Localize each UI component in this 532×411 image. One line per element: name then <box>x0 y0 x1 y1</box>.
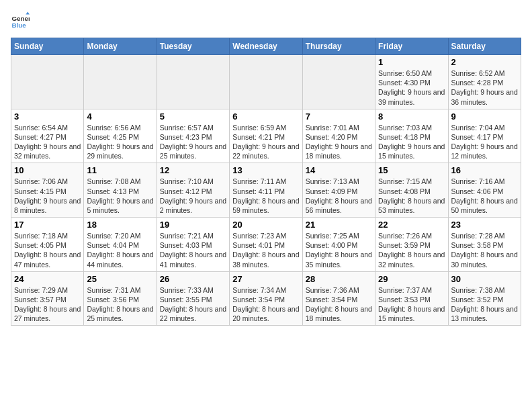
calendar-body: 1Sunrise: 6:50 AM Sunset: 4:30 PM Daylig… <box>11 55 521 326</box>
day-info: Sunrise: 7:29 AM Sunset: 3:57 PM Dayligh… <box>14 285 81 324</box>
table-row: 25Sunrise: 7:31 AM Sunset: 3:56 PM Dayli… <box>84 271 157 326</box>
day-info: Sunrise: 7:06 AM Sunset: 4:15 PM Dayligh… <box>14 177 81 215</box>
day-info: Sunrise: 6:54 AM Sunset: 4:27 PM Dayligh… <box>14 123 81 161</box>
table-row: 24Sunrise: 7:29 AM Sunset: 3:57 PM Dayli… <box>11 271 84 326</box>
weekday-header-wednesday: Wednesday <box>230 38 302 55</box>
day-number: 21 <box>306 220 372 230</box>
table-row: 27Sunrise: 7:34 AM Sunset: 3:54 PM Dayli… <box>230 271 302 326</box>
day-info: Sunrise: 7:01 AM Sunset: 4:20 PM Dayligh… <box>306 123 372 161</box>
weekday-header-monday: Monday <box>84 38 157 55</box>
table-row: 3Sunrise: 6:54 AM Sunset: 4:27 PM Daylig… <box>11 109 84 163</box>
table-row <box>302 55 375 109</box>
day-info: Sunrise: 7:21 AM Sunset: 4:03 PM Dayligh… <box>160 231 226 269</box>
table-row: 17Sunrise: 7:18 AM Sunset: 4:05 PM Dayli… <box>11 218 84 272</box>
table-row: 18Sunrise: 7:20 AM Sunset: 4:04 PM Dayli… <box>84 218 157 272</box>
table-row <box>230 55 302 109</box>
day-info: Sunrise: 7:31 AM Sunset: 3:56 PM Dayligh… <box>87 285 153 324</box>
day-number: 30 <box>451 274 518 284</box>
day-info: Sunrise: 7:33 AM Sunset: 3:55 PM Dayligh… <box>160 285 226 324</box>
table-row: 21Sunrise: 7:25 AM Sunset: 4:00 PM Dayli… <box>302 218 375 272</box>
logo-icon: General Blue <box>11 11 30 30</box>
table-row: 5Sunrise: 6:57 AM Sunset: 4:23 PM Daylig… <box>157 109 229 163</box>
table-row: 6Sunrise: 6:59 AM Sunset: 4:21 PM Daylig… <box>230 109 302 163</box>
calendar-header: SundayMondayTuesdayWednesdayThursdayFrid… <box>11 38 521 55</box>
calendar-week-3: 10Sunrise: 7:06 AM Sunset: 4:15 PM Dayli… <box>11 163 521 218</box>
day-info: Sunrise: 7:28 AM Sunset: 3:58 PM Dayligh… <box>451 231 518 269</box>
calendar-table: SundayMondayTuesdayWednesdayThursdayFrid… <box>11 38 521 326</box>
table-row <box>84 55 157 109</box>
svg-marker-2 <box>26 11 30 14</box>
day-number: 29 <box>378 274 445 284</box>
day-info: Sunrise: 7:10 AM Sunset: 4:12 PM Dayligh… <box>160 177 226 215</box>
day-number: 6 <box>232 111 299 122</box>
weekday-header-row: SundayMondayTuesdayWednesdayThursdayFrid… <box>11 38 521 55</box>
day-info: Sunrise: 6:56 AM Sunset: 4:25 PM Dayligh… <box>87 123 153 161</box>
day-number: 14 <box>306 165 372 175</box>
day-info: Sunrise: 7:08 AM Sunset: 4:13 PM Dayligh… <box>87 177 153 215</box>
day-info: Sunrise: 7:13 AM Sunset: 4:09 PM Dayligh… <box>306 177 372 215</box>
day-number: 17 <box>14 220 81 230</box>
table-row: 30Sunrise: 7:38 AM Sunset: 3:52 PM Dayli… <box>448 271 521 326</box>
day-info: Sunrise: 7:25 AM Sunset: 4:00 PM Dayligh… <box>306 231 372 269</box>
day-number: 15 <box>378 165 445 175</box>
table-row: 22Sunrise: 7:26 AM Sunset: 3:59 PM Dayli… <box>375 218 448 272</box>
day-info: Sunrise: 7:16 AM Sunset: 4:06 PM Dayligh… <box>451 177 518 215</box>
day-number: 2 <box>451 57 518 67</box>
table-row: 9Sunrise: 7:04 AM Sunset: 4:17 PM Daylig… <box>448 109 521 163</box>
table-row: 7Sunrise: 7:01 AM Sunset: 4:20 PM Daylig… <box>302 109 375 163</box>
day-number: 23 <box>451 220 518 230</box>
calendar-week-4: 17Sunrise: 7:18 AM Sunset: 4:05 PM Dayli… <box>11 218 521 272</box>
day-number: 11 <box>87 165 153 175</box>
day-number: 20 <box>232 220 299 230</box>
day-number: 5 <box>160 111 226 122</box>
day-info: Sunrise: 6:59 AM Sunset: 4:21 PM Dayligh… <box>232 123 299 161</box>
day-number: 16 <box>451 165 518 175</box>
table-row <box>11 55 84 109</box>
day-number: 19 <box>160 220 226 230</box>
day-number: 26 <box>160 274 226 284</box>
day-info: Sunrise: 7:23 AM Sunset: 4:01 PM Dayligh… <box>232 231 299 269</box>
day-number: 4 <box>87 111 153 122</box>
day-number: 9 <box>451 111 518 122</box>
day-info: Sunrise: 7:34 AM Sunset: 3:54 PM Dayligh… <box>232 285 299 324</box>
weekday-header-thursday: Thursday <box>302 38 375 55</box>
weekday-header-sunday: Sunday <box>11 38 84 55</box>
table-row: 28Sunrise: 7:36 AM Sunset: 3:54 PM Dayli… <box>302 271 375 326</box>
table-row: 26Sunrise: 7:33 AM Sunset: 3:55 PM Dayli… <box>157 271 229 326</box>
table-row <box>157 55 229 109</box>
day-number: 8 <box>378 111 445 122</box>
table-row: 8Sunrise: 7:03 AM Sunset: 4:18 PM Daylig… <box>375 109 448 163</box>
day-number: 25 <box>87 274 153 284</box>
day-number: 13 <box>232 165 299 175</box>
day-number: 7 <box>306 111 372 122</box>
table-row: 2Sunrise: 6:52 AM Sunset: 4:28 PM Daylig… <box>448 55 521 109</box>
day-info: Sunrise: 7:11 AM Sunset: 4:11 PM Dayligh… <box>232 177 299 215</box>
table-row: 10Sunrise: 7:06 AM Sunset: 4:15 PM Dayli… <box>11 163 84 218</box>
table-row: 29Sunrise: 7:37 AM Sunset: 3:53 PM Dayli… <box>375 271 448 326</box>
day-number: 12 <box>160 165 226 175</box>
table-row: 12Sunrise: 7:10 AM Sunset: 4:12 PM Dayli… <box>157 163 229 218</box>
table-row: 11Sunrise: 7:08 AM Sunset: 4:13 PM Dayli… <box>84 163 157 218</box>
table-row: 16Sunrise: 7:16 AM Sunset: 4:06 PM Dayli… <box>448 163 521 218</box>
day-info: Sunrise: 7:04 AM Sunset: 4:17 PM Dayligh… <box>451 123 518 161</box>
day-info: Sunrise: 7:26 AM Sunset: 3:59 PM Dayligh… <box>378 231 445 269</box>
day-number: 3 <box>14 111 81 122</box>
day-number: 27 <box>232 274 299 284</box>
weekday-header-saturday: Saturday <box>448 38 521 55</box>
calendar-week-1: 1Sunrise: 6:50 AM Sunset: 4:30 PM Daylig… <box>11 55 521 109</box>
day-number: 24 <box>14 274 81 284</box>
day-number: 22 <box>378 220 445 230</box>
day-number: 28 <box>306 274 372 284</box>
day-info: Sunrise: 7:15 AM Sunset: 4:08 PM Dayligh… <box>378 177 445 215</box>
table-row: 20Sunrise: 7:23 AM Sunset: 4:01 PM Dayli… <box>230 218 302 272</box>
day-info: Sunrise: 7:18 AM Sunset: 4:05 PM Dayligh… <box>14 231 81 269</box>
day-number: 1 <box>378 57 445 67</box>
day-info: Sunrise: 7:03 AM Sunset: 4:18 PM Dayligh… <box>378 123 445 161</box>
calendar-week-5: 24Sunrise: 7:29 AM Sunset: 3:57 PM Dayli… <box>11 271 521 326</box>
day-info: Sunrise: 7:20 AM Sunset: 4:04 PM Dayligh… <box>87 231 153 269</box>
logo: General Blue <box>11 11 32 30</box>
page-header: General Blue <box>11 11 521 30</box>
table-row: 14Sunrise: 7:13 AM Sunset: 4:09 PM Dayli… <box>302 163 375 218</box>
table-row: 15Sunrise: 7:15 AM Sunset: 4:08 PM Dayli… <box>375 163 448 218</box>
svg-text:Blue: Blue <box>11 21 26 29</box>
